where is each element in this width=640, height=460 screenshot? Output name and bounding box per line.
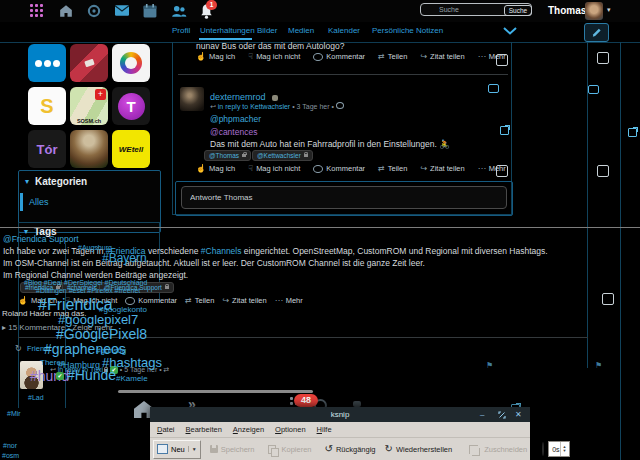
like-button[interactable]: ☝Mag ich	[196, 164, 235, 173]
post2-checkbox[interactable]	[496, 165, 508, 177]
maximize-button[interactable]	[498, 411, 506, 419]
close-button[interactable]: ✕	[515, 410, 522, 419]
comment-button[interactable]: Kommentar	[313, 52, 365, 61]
help-ring-icon[interactable]	[87, 4, 101, 18]
dislike-button[interactable]: ☟Mag ich nicht	[248, 52, 300, 61]
app-tile-shield[interactable]	[70, 44, 108, 82]
tag-cloud-item[interactable]: #Blog #Deal #DerSpiegel #Deutschland	[24, 279, 147, 286]
post2-external-link-icon[interactable]	[500, 126, 509, 135]
comment-input[interactable]	[181, 186, 507, 209]
redo-button[interactable]: ↻Wiederherstellen	[385, 444, 453, 454]
gutter-checkbox[interactable]	[597, 52, 609, 64]
tag-cloud-item[interactable]: #Augsburg	[78, 244, 112, 251]
share-button[interactable]: ⇄Teilen	[378, 52, 407, 61]
post4-flag-icon[interactable]: ⚑	[486, 361, 493, 370]
gutter-external-link-icon[interactable]	[628, 128, 637, 137]
gutter-flag-icon[interactable]: ⚑	[595, 361, 602, 370]
tab-persoenliche-notizen[interactable]: Persönliche Notizen	[372, 26, 443, 35]
user-avatar[interactable]	[585, 2, 603, 20]
undo-button[interactable]: ↺Rückgängig	[325, 444, 376, 454]
chevron-down-icon[interactable]	[503, 27, 517, 35]
kategorien-panel: ▾ Kategorien Alles	[18, 170, 161, 233]
tag-cloud-item[interactable]: #Bayern	[102, 251, 147, 265]
app-tile-t[interactable]: T	[112, 87, 150, 125]
menu-bearbeiten[interactable]: Bearbeiten	[186, 425, 222, 434]
reply-to-link[interactable]: Kettwachsler	[250, 103, 290, 110]
comment-button[interactable]: Kommentar	[313, 164, 365, 173]
app-tile-sosm[interactable]: +SOSM.ch	[70, 87, 108, 125]
lock-icon	[242, 154, 246, 157]
groups-icon[interactable]	[171, 4, 187, 18]
delay-spinbox[interactable]: 0s▲▼	[548, 441, 569, 457]
save-button[interactable]: Speichern	[210, 445, 255, 454]
tag-cloud-item[interactable]: #Kamele	[116, 374, 148, 383]
gutter-comment-bubble-icon[interactable]	[588, 85, 599, 94]
tag-cloud-item[interactable]: #osm	[2, 452, 19, 459]
dropdown-arrow-icon[interactable]: ▼	[188, 446, 197, 452]
copy-button[interactable]: Kopieren	[268, 445, 312, 454]
tag-cloud-item[interactable]: #günstig	[96, 346, 126, 355]
reply-arrow-icon: ↩	[210, 103, 218, 110]
tab-unterhaltungen[interactable]: Unterhaltungen	[200, 26, 255, 35]
tab-bilder[interactable]: Bilder	[257, 26, 277, 35]
menu-optionen[interactable]: Optionen	[275, 425, 305, 434]
tag-cloud-item[interactable]: #GooglePixel8	[56, 326, 147, 342]
menu-anzeigen[interactable]: Anzeigen	[233, 425, 264, 434]
new-screenshot-button[interactable]: Neu▼	[153, 440, 201, 459]
post3-author[interactable]: @Friendica Support	[3, 234, 79, 244]
quote-share-button[interactable]: ↪Zitat teilen	[420, 52, 464, 61]
like-button[interactable]: ☝Mag ich	[196, 52, 235, 61]
tag-cloud-item[interactable]: #Dillingen #esel #Firefox #freenet	[36, 287, 140, 294]
menu-hilfe[interactable]: Hilfe	[317, 425, 332, 434]
comment-bubble-icon	[125, 297, 135, 305]
tab-profil[interactable]: Profil	[172, 26, 190, 35]
spinbox-arrows[interactable]: ▲▼	[560, 442, 569, 456]
menu-datei[interactable]: Datei	[157, 425, 175, 434]
dislike-button[interactable]: ☟Mag ich nicht	[248, 164, 300, 173]
tag-cloud-item[interactable]: #Hunde	[67, 367, 116, 383]
post2-mention2[interactable]: @cantences	[210, 127, 257, 137]
app-tile-viking[interactable]	[70, 130, 108, 168]
share-button[interactable]: ⇄Teilen	[378, 164, 407, 173]
app-tile-tor[interactable]: Tór	[28, 130, 66, 168]
post2-tag-pill[interactable]: @Kettwachsler	[252, 150, 313, 161]
new-post-button[interactable]	[584, 23, 609, 42]
share-button[interactable]: ⇄Teilen	[185, 296, 214, 305]
tab-kalender[interactable]: Kalender	[328, 26, 360, 35]
tab-medien[interactable]: Medien	[288, 26, 314, 35]
post2-tag-pill[interactable]: @Thomas	[204, 150, 251, 161]
collapse-caret-icon[interactable]: ▾	[25, 177, 29, 186]
app-tile-qwant[interactable]	[112, 44, 150, 82]
tag-cloud-item[interactable]: #googlepixel7	[58, 312, 138, 327]
post2-mention1[interactable]: @phpmacher	[210, 114, 261, 124]
ksnip-titlebar[interactable]: ksnip – ✕	[150, 407, 530, 422]
quote-share-button[interactable]: ↪Zitat teilen	[420, 164, 464, 173]
search-button[interactable]: Suche	[504, 5, 532, 16]
notification-badge: 1	[206, 0, 217, 10]
post2-action-bar: ☝Mag ich ☟Mag ich nicht Kommentar ⇄Teile…	[196, 164, 506, 173]
app-tile-wetell[interactable]: WEtell	[112, 130, 150, 168]
crop-button[interactable]: Zuschneiden	[469, 445, 527, 454]
post2-avatar[interactable]	[180, 87, 204, 111]
app-tile-s[interactable]: S	[28, 87, 66, 125]
app-tile-nextcloud[interactable]	[28, 44, 66, 82]
user-menu-caret-icon[interactable]: ▾	[607, 6, 611, 14]
calendar-icon[interactable]	[143, 4, 157, 18]
home-icon[interactable]	[59, 4, 73, 18]
tag-cloud-item[interactable]: #Mir	[7, 410, 21, 417]
quote-share-button[interactable]: ↪Zitat teilen	[222, 296, 266, 305]
mail-icon[interactable]	[115, 5, 129, 16]
post2-author[interactable]: dexternemrod	[210, 92, 266, 102]
gutter-checkbox[interactable]	[597, 165, 609, 177]
post1-checkbox[interactable]	[496, 54, 508, 66]
hashtag-link[interactable]: #Channels	[201, 246, 242, 256]
tag-cloud-item[interactable]: #Lad	[28, 394, 44, 401]
user-name[interactable]: Thomas	[548, 5, 586, 16]
category-alles[interactable]: Alles	[29, 197, 49, 207]
horizontal-scrollbar-thumb[interactable]	[118, 390, 313, 393]
post2-comment-bubble-icon[interactable]	[488, 84, 499, 93]
gutter-checkbox[interactable]	[602, 293, 614, 305]
more-button[interactable]: ⋯Mehr	[275, 296, 303, 305]
comment-button[interactable]: Kommentar	[125, 296, 177, 305]
minimize-button[interactable]: –	[480, 410, 484, 419]
